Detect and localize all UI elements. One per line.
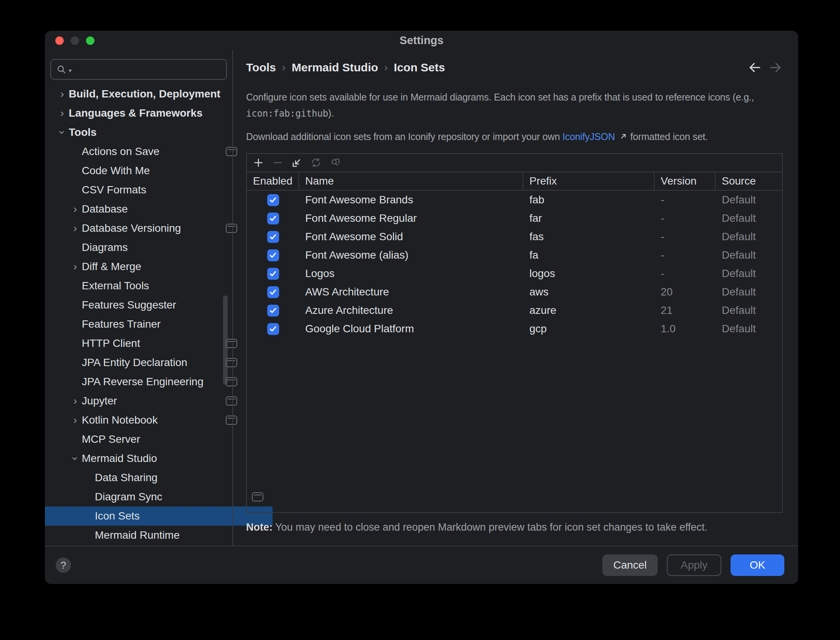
icon-set-row-font-awesome-solid[interactable]: Font Awesome Solidfas-Default [247,228,782,246]
sidebar-item-diagrams[interactable]: ›Diagrams [45,238,246,257]
back-button[interactable] [747,60,762,75]
chevron-right-icon[interactable]: › [69,395,82,407]
icon-set-row-font-awesome-brands[interactable]: Font Awesome Brandsfab-Default [247,191,782,209]
forward-button[interactable] [768,60,783,75]
enabled-checkbox[interactable] [267,194,279,206]
chevron-right-icon[interactable]: › [69,203,82,215]
sidebar-item-tools[interactable]: ›Tools [45,123,233,142]
prefix-cell: aws [523,286,655,298]
settings-sidebar: ▾ ›Build, Execution, Deployment›Language… [45,50,232,546]
sidebar-item-diff-merge[interactable]: ›Diff & Merge [45,257,246,276]
breadcrumb-tools[interactable]: Tools [246,61,276,74]
sidebar-item-label: JPA Reverse Engineering [82,376,203,388]
icon-set-row-font-awesome-alias[interactable]: Font Awesome (alias)fa-Default [247,246,782,264]
chevron-right-icon[interactable]: › [69,414,82,426]
enabled-cell [247,268,299,280]
sidebar-item-label: Jupyter [82,395,117,407]
enabled-checkbox[interactable] [267,249,279,261]
chevron-right-icon[interactable]: › [56,107,69,119]
sidebar-item-label: Code With Me [82,165,150,177]
enabled-checkbox[interactable] [267,231,279,243]
sidebar-item-http-client[interactable]: ›HTTP Client [45,334,246,353]
find-button[interactable] [327,155,343,170]
chevron-down-icon[interactable]: › [69,452,81,465]
sidebar-item-jpa-reverse-engineering[interactable]: ›JPA Reverse Engineering [45,372,246,391]
icon-set-row-aws-architecture[interactable]: AWS Architectureaws20Default [247,283,782,301]
source-cell: Default [716,194,782,206]
icon-set-row-azure-architecture[interactable]: Azure Architectureazure21Default [247,301,782,320]
breadcrumb-separator-icon: › [282,62,286,74]
sidebar-item-label: Actions on Save [82,145,159,158]
close-button[interactable] [55,36,64,45]
sidebar-item-label: Languages & Frameworks [69,107,203,119]
column-header-enabled: Enabled [247,172,299,190]
cancel-button[interactable]: Cancel [602,554,658,576]
settings-search-field[interactable]: ▾ [50,59,227,80]
sidebar-scrollbar[interactable] [223,295,228,384]
sidebar-item-database[interactable]: ›Database [45,200,246,219]
sidebar-item-kotlin-notebook[interactable]: ›Kotlin Notebook [45,411,246,430]
enabled-checkbox[interactable] [267,323,279,335]
enabled-checkbox[interactable] [267,268,279,280]
sidebar-item-jpa-entity-declaration[interactable]: ›JPA Entity Declaration [45,353,246,372]
sidebar-item-features-trainer[interactable]: ›Features Trainer [45,315,246,334]
sidebar-item-jupyter[interactable]: ›Jupyter [45,391,246,411]
version-cell: 21 [655,304,716,317]
version-cell: - [655,194,716,206]
enabled-checkbox[interactable] [267,286,279,298]
sidebar-item-csv-formats[interactable]: ›CSV Formats [45,180,246,200]
icon-set-row-font-awesome-regular[interactable]: Font Awesome Regularfar-Default [247,209,782,228]
checkmark-icon [269,214,277,223]
source-cell: Default [716,323,782,335]
table-header: Enabled Name Prefix Version Source [247,172,782,191]
sidebar-item-external-tools[interactable]: ›External Tools [45,276,246,295]
sidebar-item-languages-frameworks[interactable]: ›Languages & Frameworks [45,104,233,123]
sidebar-item-build-execution-deployment[interactable]: ›Build, Execution, Deployment [45,84,233,104]
icon-set-row-logos[interactable]: Logoslogos-Default [247,264,782,283]
arrow-right-icon [768,60,783,75]
help-button[interactable]: ? [56,558,71,573]
name-cell: Font Awesome Brands [299,194,523,206]
sidebar-item-actions-on-save[interactable]: ›Actions on Save [45,142,246,161]
sidebar-item-label: JPA Entity Declaration [82,356,187,369]
sidebar-item-features-suggester[interactable]: ›Features Suggester [45,295,246,315]
enabled-checkbox[interactable] [267,213,279,224]
sidebar-item-mcp-server[interactable]: ›MCP Server [45,430,246,449]
minimize-button[interactable] [71,36,79,45]
sidebar-item-code-with-me[interactable]: ›Code With Me [45,161,246,180]
icon-set-row-google-cloud-platform[interactable]: Google Cloud Platformgcp1.0Default [247,320,782,338]
refresh-button[interactable] [308,155,324,170]
chevron-right-icon[interactable]: › [56,88,69,100]
prefix-cell: gcp [523,323,655,335]
enabled-checkbox[interactable] [267,305,279,317]
checkmark-icon [269,269,277,278]
inline-code: icon:fab:github [246,108,328,119]
prefix-cell: logos [523,267,655,280]
breadcrumb-icon-sets[interactable]: Icon Sets [394,61,445,74]
enabled-cell [247,323,299,335]
import-button[interactable] [289,155,304,170]
add-icon [253,157,264,168]
chevron-down-icon[interactable]: › [56,126,68,139]
remove-button[interactable] [270,155,285,170]
sidebar-item-label: Diagrams [82,241,128,254]
chevron-right-icon[interactable]: › [69,261,82,273]
breadcrumb-separator-icon: › [384,62,388,74]
sidebar-item-mermaid-studio[interactable]: ›Mermaid Studio [45,449,246,468]
iconifyjson-link[interactable]: IconifyJSON [562,131,615,142]
prefix-cell: far [523,212,655,224]
zoom-button[interactable] [86,36,94,45]
search-input[interactable] [73,63,222,76]
sidebar-item-label: Icon Sets [95,510,140,522]
add-button[interactable] [251,155,266,170]
ok-button[interactable]: OK [731,554,784,576]
external-link-icon [619,132,628,141]
apply-button[interactable]: Apply [667,554,721,576]
sidebar-item-database-versioning[interactable]: ›Database Versioning [45,219,246,238]
import-icon [291,157,303,168]
breadcrumb: Tools›Mermaid Studio›Icon Sets [246,61,445,74]
source-cell: Default [716,286,782,298]
name-cell: Font Awesome Solid [299,231,523,243]
breadcrumb-mermaid-studio[interactable]: Mermaid Studio [292,61,378,74]
chevron-right-icon[interactable]: › [69,222,82,234]
